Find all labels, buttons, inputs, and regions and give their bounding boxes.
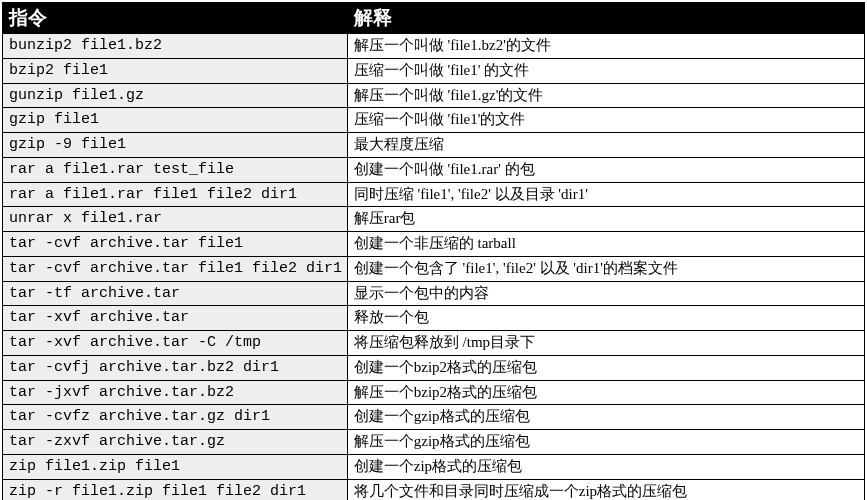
description-cell: 解压一个叫做 'file1.gz'的文件: [347, 83, 864, 108]
table-header-row: 指令 解释: [3, 3, 865, 34]
table-row: tar -jxvf archive.tar.bz2解压一个bzip2格式的压缩包: [3, 380, 865, 405]
table-row: gzip -9 file1最大程度压缩: [3, 133, 865, 158]
command-cell: tar -zxvf archive.tar.gz: [3, 430, 348, 455]
table-row: bzip2 file1压缩一个叫做 'file1' 的文件: [3, 58, 865, 83]
description-cell: 压缩一个叫做 'file1' 的文件: [347, 58, 864, 83]
command-cell: tar -cvf archive.tar file1: [3, 232, 348, 257]
description-cell: 最大程度压缩: [347, 133, 864, 158]
description-cell: 创建一个bzip2格式的压缩包: [347, 355, 864, 380]
header-explain: 解释: [347, 3, 864, 34]
description-cell: 解压一个叫做 'file1.bz2'的文件: [347, 34, 864, 59]
description-cell: 同时压缩 'file1', 'file2' 以及目录 'dir1': [347, 182, 864, 207]
table-row: tar -tf archive.tar显示一个包中的内容: [3, 281, 865, 306]
command-cell: zip -r file1.zip file1 file2 dir1: [3, 479, 348, 500]
command-cell: tar -tf archive.tar: [3, 281, 348, 306]
description-cell: 解压rar包: [347, 207, 864, 232]
command-cell: tar -cvfz archive.tar.gz dir1: [3, 405, 348, 430]
table-row: zip file1.zip file1创建一个zip格式的压缩包: [3, 454, 865, 479]
table-row: rar a file1.rar file1 file2 dir1同时压缩 'fi…: [3, 182, 865, 207]
header-command: 指令: [3, 3, 348, 34]
table-row: rar a file1.rar test_file创建一个叫做 'file1.r…: [3, 157, 865, 182]
command-cell: tar -cvfj archive.tar.bz2 dir1: [3, 355, 348, 380]
description-cell: 创建一个非压缩的 tarball: [347, 232, 864, 257]
command-cell: tar -cvf archive.tar file1 file2 dir1: [3, 256, 348, 281]
command-cell: bunzip2 file1.bz2: [3, 34, 348, 59]
table-row: zip -r file1.zip file1 file2 dir1将几个文件和目…: [3, 479, 865, 500]
table-row: tar -cvf archive.tar file1创建一个非压缩的 tarba…: [3, 232, 865, 257]
description-cell: 创建一个包含了 'file1', 'file2' 以及 'dir1'的档案文件: [347, 256, 864, 281]
table-row: unrar x file1.rar解压rar包: [3, 207, 865, 232]
table-row: bunzip2 file1.bz2解压一个叫做 'file1.bz2'的文件: [3, 34, 865, 59]
description-cell: 解压一个gzip格式的压缩包: [347, 430, 864, 455]
table-row: tar -cvfj archive.tar.bz2 dir1创建一个bzip2格…: [3, 355, 865, 380]
command-cell: gzip -9 file1: [3, 133, 348, 158]
description-cell: 创建一个叫做 'file1.rar' 的包: [347, 157, 864, 182]
table-row: tar -zxvf archive.tar.gz解压一个gzip格式的压缩包: [3, 430, 865, 455]
table-row: gunzip file1.gz解压一个叫做 'file1.gz'的文件: [3, 83, 865, 108]
command-cell: bzip2 file1: [3, 58, 348, 83]
description-cell: 压缩一个叫做 'file1'的文件: [347, 108, 864, 133]
command-cell: gzip file1: [3, 108, 348, 133]
command-reference-table: 指令 解释 bunzip2 file1.bz2解压一个叫做 'file1.bz2…: [2, 2, 865, 500]
description-cell: 显示一个包中的内容: [347, 281, 864, 306]
command-cell: unrar x file1.rar: [3, 207, 348, 232]
command-cell: rar a file1.rar file1 file2 dir1: [3, 182, 348, 207]
table-row: tar -xvf archive.tar释放一个包: [3, 306, 865, 331]
command-cell: tar -xvf archive.tar -C /tmp: [3, 331, 348, 356]
description-cell: 创建一个gzip格式的压缩包: [347, 405, 864, 430]
command-cell: zip file1.zip file1: [3, 454, 348, 479]
description-cell: 释放一个包: [347, 306, 864, 331]
command-cell: tar -jxvf archive.tar.bz2: [3, 380, 348, 405]
table-row: tar -cvf archive.tar file1 file2 dir1创建一…: [3, 256, 865, 281]
command-cell: tar -xvf archive.tar: [3, 306, 348, 331]
command-cell: gunzip file1.gz: [3, 83, 348, 108]
table-row: gzip file1压缩一个叫做 'file1'的文件: [3, 108, 865, 133]
table-row: tar -cvfz archive.tar.gz dir1创建一个gzip格式的…: [3, 405, 865, 430]
description-cell: 将几个文件和目录同时压缩成一个zip格式的压缩包: [347, 479, 864, 500]
description-cell: 解压一个bzip2格式的压缩包: [347, 380, 864, 405]
table-row: tar -xvf archive.tar -C /tmp将压缩包释放到 /tmp…: [3, 331, 865, 356]
command-cell: rar a file1.rar test_file: [3, 157, 348, 182]
description-cell: 创建一个zip格式的压缩包: [347, 454, 864, 479]
description-cell: 将压缩包释放到 /tmp目录下: [347, 331, 864, 356]
